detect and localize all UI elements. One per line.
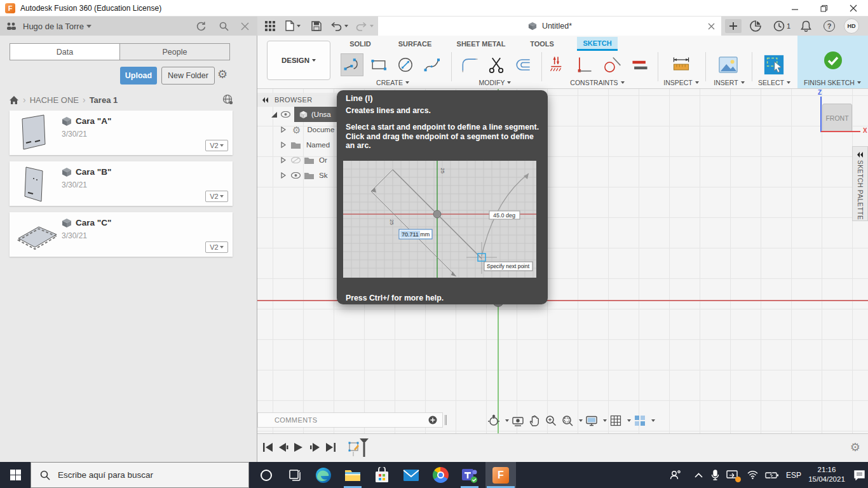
grid-dropdown-caret[interactable]: [627, 419, 631, 422]
item-name[interactable]: Cara "A": [76, 116, 111, 126]
group-label-inspect[interactable]: INSPECT: [656, 78, 707, 87]
visibility-eye-icon[interactable]: [291, 172, 301, 179]
group-label-finish-sketch[interactable]: FINISH SKETCH: [801, 78, 864, 87]
timeline-play-button[interactable]: [294, 442, 303, 452]
fillet-tool-button[interactable]: [458, 53, 481, 76]
ribbon-tab-surface[interactable]: SURFACE: [391, 37, 439, 51]
item-name[interactable]: Cara "C": [76, 218, 111, 227]
browser-selected-row[interactable]: (Unsa: [294, 107, 337, 122]
action-center-icon[interactable]: [850, 462, 868, 488]
avatar[interactable]: HD: [844, 18, 859, 34]
select-tool-button[interactable]: [763, 53, 785, 76]
viewports-icon[interactable]: [632, 414, 648, 428]
display-dropdown-caret[interactable]: [603, 419, 607, 422]
timeline-step-forward-button[interactable]: [309, 442, 320, 452]
timeline-go-to-start-button[interactable]: [262, 442, 273, 452]
group-label-constraints[interactable]: CONSTRAINTS: [566, 78, 629, 87]
close-panel-icon[interactable]: [240, 22, 250, 31]
constraint-tangent-button[interactable]: [600, 53, 623, 76]
visibility-eye-icon[interactable]: [281, 111, 290, 118]
browser-row-named-views[interactable]: Named: [257, 137, 337, 152]
tray-people-icon[interactable]: [667, 462, 682, 488]
job-status-clock-icon[interactable]: 1: [773, 20, 790, 32]
taskbar-app-teams[interactable]: [455, 462, 484, 488]
constraint-vertical-horizontal-button[interactable]: [573, 53, 595, 76]
tray-language[interactable]: ESP: [783, 462, 804, 488]
item-card-cara-b[interactable]: Cara "B" 3/30/21 V2: [10, 161, 233, 206]
help-icon[interactable]: ?: [824, 20, 835, 32]
viewports-dropdown-caret[interactable]: [651, 419, 655, 422]
search-icon[interactable]: [219, 21, 229, 32]
tray-chevron-up-icon[interactable]: [691, 462, 705, 488]
save-icon[interactable]: [311, 21, 322, 31]
group-label-insert[interactable]: INSERT: [705, 78, 753, 87]
username[interactable]: Hugo de la Torre: [23, 22, 84, 31]
taskbar-app-fusion-active[interactable]: F: [485, 462, 516, 488]
visibility-off-eye-icon[interactable]: [291, 157, 301, 163]
refresh-icon[interactable]: [196, 21, 207, 32]
zoom-dropdown-caret[interactable]: [579, 419, 583, 422]
workspace-switcher[interactable]: DESIGN: [267, 41, 330, 80]
timeline-step-back-button[interactable]: [278, 442, 288, 452]
file-menu-button[interactable]: [285, 20, 301, 31]
close-document-icon[interactable]: [708, 23, 715, 30]
browser-row-document[interactable]: (Unsa: [257, 107, 337, 122]
browser-row-origin[interactable]: Or: [257, 152, 337, 168]
constraint-equal-button[interactable]: [628, 53, 651, 76]
panel-settings-gear-icon[interactable]: ⚙: [217, 69, 227, 80]
tray-battery-icon[interactable]: [763, 462, 780, 488]
home-icon[interactable]: [9, 95, 19, 105]
extensions-icon[interactable]: [750, 20, 761, 32]
user-dropdown-caret[interactable]: [86, 25, 92, 28]
sketch-palette-collapsed[interactable]: SKETCH PALETTE: [852, 146, 868, 221]
zoom-icon[interactable]: [543, 414, 559, 428]
version-dropdown[interactable]: V2: [205, 140, 228, 151]
task-view-icon[interactable]: [281, 462, 310, 488]
offset-tool-button[interactable]: [512, 53, 534, 76]
viewcube-front-face[interactable]: FRONT: [822, 104, 852, 132]
tray-wifi-icon[interactable]: [745, 462, 760, 488]
display-settings-icon[interactable]: [584, 414, 599, 428]
sketch-dimension-button[interactable]: [546, 53, 569, 76]
item-card-cara-c[interactable]: Cara "C" 3/30/21 V2: [10, 212, 233, 257]
rectangle-tool-button[interactable]: [367, 53, 390, 76]
group-label-create[interactable]: CREATE: [367, 78, 418, 87]
breadcrumb-folder[interactable]: Tarea 1: [90, 95, 118, 105]
insert-image-button[interactable]: [717, 53, 740, 76]
team-icon[interactable]: [6, 22, 18, 30]
breadcrumb-project[interactable]: HACHE ONE: [30, 95, 79, 105]
expand-palette-icon[interactable]: [857, 152, 864, 158]
taskbar-app-chrome[interactable]: [426, 462, 455, 488]
group-label-modify[interactable]: MODIFY: [470, 78, 520, 87]
cortana-icon[interactable]: [252, 462, 281, 488]
browser-row-sketches[interactable]: Sk: [257, 168, 337, 183]
comments-resize-handle[interactable]: [445, 415, 447, 425]
viewcube[interactable]: Z FRONT X: [807, 88, 868, 139]
taskbar-search-box[interactable]: Escribe aquí para buscar: [31, 462, 249, 488]
group-label-select[interactable]: SELECT: [750, 78, 798, 87]
undo-button[interactable]: [330, 21, 348, 31]
circle-tool-button[interactable]: [394, 53, 417, 76]
notifications-bell-icon[interactable]: [801, 20, 811, 32]
expanded-marker-icon[interactable]: [270, 111, 277, 118]
tab-data[interactable]: Data: [10, 43, 120, 60]
ribbon-tab-solid[interactable]: SOLID: [344, 37, 376, 51]
tray-clock[interactable]: 21:16 15/04/2021: [806, 465, 848, 484]
new-folder-button[interactable]: New Folder: [161, 67, 215, 85]
browser-row-document-settings[interactable]: ⚙ Docume: [257, 122, 337, 137]
orbit-dropdown-caret[interactable]: [505, 419, 509, 422]
close-button[interactable]: [839, 1, 868, 16]
measure-tool-button[interactable]: [670, 53, 693, 76]
tray-microphone-icon[interactable]: [708, 462, 722, 488]
upload-button[interactable]: Upload: [120, 67, 157, 85]
window-zoom-icon[interactable]: [560, 414, 575, 428]
timeline-position-marker[interactable]: [359, 438, 369, 458]
item-card-cara-a[interactable]: Cara "A" 3/30/21 V2: [10, 111, 233, 155]
item-name[interactable]: Cara "B": [76, 167, 111, 177]
pan-icon[interactable]: [527, 414, 542, 428]
collapse-browser-icon[interactable]: [262, 97, 269, 103]
document-tab[interactable]: Untitled*: [378, 17, 721, 36]
new-document-tab-button[interactable]: [725, 19, 742, 33]
grid-snaps-icon[interactable]: [608, 414, 623, 428]
line-tool-button[interactable]: [341, 53, 363, 76]
